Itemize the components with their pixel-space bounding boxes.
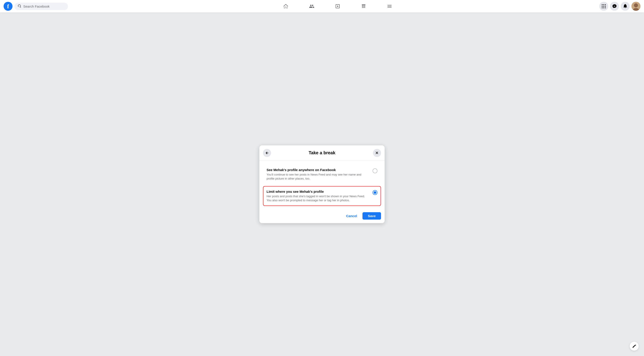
take-a-break-modal: Take a break See Mehak's profile anywher… [260, 145, 322, 178]
modal-title: Take a break [308, 150, 322, 156]
logo-letter: f [7, 4, 9, 10]
option1-description: You'll continue to see her posts in News… [266, 173, 322, 178]
home-nav-button[interactable] [273, 1, 298, 12]
modal-header: Take a break [260, 145, 322, 161]
option1-radio[interactable]: See Mehak's profile anywhere on Facebook… [263, 164, 322, 178]
modal-body: See Mehak's profile anywhere on Facebook… [260, 161, 322, 178]
search-placeholder-text: Search Facebook [23, 4, 50, 8]
friends-nav-button[interactable] [299, 1, 322, 12]
option1-title: See Mehak's profile anywhere on Facebook [266, 168, 322, 172]
friends-icon [309, 4, 314, 9]
search-icon [18, 4, 22, 8]
home-icon [283, 4, 288, 9]
search-bar[interactable]: Search Facebook [14, 3, 68, 10]
back-button[interactable] [263, 149, 271, 157]
navbar: f Search Facebook [0, 0, 322, 12]
facebook-logo[interactable]: f [4, 2, 12, 11]
option1-content: See Mehak's profile anywhere on Facebook… [266, 168, 322, 178]
modal-overlay: Take a break See Mehak's profile anywher… [0, 12, 322, 178]
back-arrow-icon [265, 151, 269, 155]
navbar-center [80, 1, 322, 12]
navbar-left: f Search Facebook [4, 2, 80, 11]
